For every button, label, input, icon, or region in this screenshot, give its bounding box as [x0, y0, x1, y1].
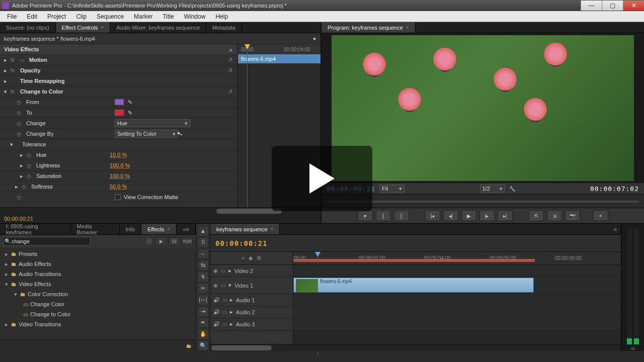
- disclosure-icon[interactable]: ▸: [20, 152, 25, 158]
- play-button[interactable]: ▶: [461, 210, 476, 221]
- timeline-clip[interactable]: flowers-6.mp4: [293, 278, 534, 293]
- fx-playhead[interactable]: [247, 44, 248, 207]
- tab-source[interactable]: Source: (no clips): [0, 22, 56, 33]
- goto-in-button[interactable]: |◂: [425, 210, 440, 221]
- toggle-track-icon[interactable]: ◉: [213, 268, 218, 274]
- set-in-button[interactable]: {: [376, 210, 391, 221]
- tab-sequence[interactable]: keyframes sequence×: [210, 224, 280, 234]
- set-out-button[interactable]: }: [394, 210, 409, 221]
- wrench-icon[interactable]: 🔧: [509, 186, 515, 192]
- zoom-dropdown[interactable]: 1/2: [480, 185, 505, 193]
- step-fwd-button[interactable]: |▸: [479, 210, 495, 221]
- mute-icon[interactable]: 🔊: [213, 309, 219, 315]
- track-a3[interactable]: Audio 3: [236, 321, 255, 327]
- slide-tool[interactable]: ⇥: [198, 306, 209, 317]
- close-icon[interactable]: ×: [271, 226, 274, 232]
- menu-sequence[interactable]: Sequence: [92, 12, 129, 21]
- rate-tool[interactable]: ↯: [198, 272, 209, 282]
- stopwatch-icon[interactable]: ◷: [15, 130, 22, 137]
- time-remapping-effect[interactable]: Time Remapping: [18, 78, 109, 84]
- eyedropper-icon[interactable]: ✎: [128, 110, 132, 116]
- razor-tool[interactable]: ✂: [198, 283, 209, 294]
- clear-search-icon[interactable]: ⓧ: [146, 238, 152, 245]
- extract-button[interactable]: ⇲: [547, 210, 562, 221]
- timeline-timecode[interactable]: 00:00:00:21: [215, 239, 268, 247]
- disclosure-open-icon[interactable]: ▾: [4, 88, 9, 95]
- opacity-effect[interactable]: Opacity: [18, 67, 109, 73]
- stopwatch-icon[interactable]: ◷: [15, 194, 22, 201]
- close-icon[interactable]: ×: [168, 226, 171, 232]
- effects-search-input[interactable]: [3, 237, 91, 246]
- to-color-swatch[interactable]: [115, 110, 124, 116]
- pen-tool[interactable]: ✒: [198, 318, 209, 328]
- mute-icon[interactable]: 🔊: [213, 321, 219, 327]
- softness-value[interactable]: 50.0 %: [110, 184, 127, 190]
- collapse-icon[interactable]: ▴: [229, 46, 232, 53]
- toggle-track-icon[interactable]: ◉: [213, 283, 218, 288]
- saturation-value[interactable]: 100.0 %: [110, 173, 130, 179]
- tree-presets[interactable]: Presets: [19, 251, 37, 257]
- mute-icon[interactable]: 🔊: [213, 297, 219, 303]
- stopwatch-icon[interactable]: ◷: [20, 183, 27, 190]
- tab-media-browser[interactable]: Media Browser: [71, 224, 120, 234]
- disclosure-icon[interactable]: ▸: [15, 184, 20, 190]
- timeline-ruler[interactable]: 00:00 00:00:02:00 00:00:04:00 00:00:06:0…: [293, 252, 621, 264]
- close-icon[interactable]: ×: [406, 25, 409, 30]
- lock-icon[interactable]: ▭: [221, 283, 225, 288]
- lock-icon[interactable]: ▭: [222, 321, 227, 327]
- video-play-overlay[interactable]: [272, 146, 372, 211]
- from-color-swatch[interactable]: [115, 99, 124, 105]
- yuv-icon[interactable]: YUV: [182, 237, 193, 246]
- tab-effects[interactable]: Effects×: [141, 224, 177, 234]
- marker-icon[interactable]: ◆: [249, 255, 253, 261]
- accel-fx-icon[interactable]: ▶: [155, 237, 167, 246]
- snap-icon[interactable]: ⌖: [242, 255, 245, 261]
- export-frame-button[interactable]: 📷: [565, 210, 580, 221]
- step-back-button[interactable]: ◂|: [443, 210, 458, 221]
- slip-tool[interactable]: |↔|: [198, 295, 209, 305]
- track-a2[interactable]: Audio 2: [236, 309, 255, 315]
- track-select-tool[interactable]: ⠿: [198, 237, 209, 248]
- lock-icon[interactable]: ▭: [222, 309, 227, 315]
- view-matte-checkbox[interactable]: [115, 194, 121, 200]
- stopwatch-icon[interactable]: ◷: [15, 99, 22, 106]
- lightness-value[interactable]: 100.0 %: [110, 162, 130, 168]
- mark-in-button[interactable]: ▾: [358, 210, 373, 221]
- tree-audio-effects[interactable]: Audio Effects: [19, 261, 51, 267]
- rolling-tool[interactable]: ⇆: [198, 260, 209, 270]
- menu-edit[interactable]: Edit: [22, 12, 42, 21]
- tab-effect-controls[interactable]: Effect Controls×: [56, 22, 111, 33]
- window-maximize-button[interactable]: ▢: [602, 1, 623, 11]
- hue-value[interactable]: 10.0 %: [110, 152, 127, 158]
- menu-help[interactable]: Help: [210, 12, 233, 21]
- stopwatch-icon[interactable]: ◷: [15, 109, 22, 116]
- change-by-dropdown[interactable]: Setting To Color: [115, 130, 178, 138]
- work-area-bar[interactable]: [293, 259, 535, 262]
- menu-marker[interactable]: Marker: [129, 12, 157, 21]
- tree-audio-transitions[interactable]: Audio Transitions: [19, 271, 61, 277]
- tab-project[interactable]: t: 0905-using keyframes: [0, 224, 71, 234]
- selection-tool[interactable]: ▲: [198, 226, 209, 236]
- lock-icon[interactable]: ▭: [222, 297, 227, 303]
- window-close-button[interactable]: ✕: [623, 1, 644, 11]
- panel-menu-icon[interactable]: ≡: [610, 226, 621, 232]
- goto-out-button[interactable]: ▸|: [498, 210, 513, 221]
- track-v1[interactable]: Video 1: [234, 283, 253, 289]
- menu-title[interactable]: Title: [157, 12, 179, 21]
- tree-color-correction[interactable]: Color Correction: [28, 291, 68, 297]
- disclosure-icon[interactable]: ▸: [20, 162, 25, 169]
- settings-icon[interactable]: ⚙: [257, 255, 262, 261]
- timeline-hscroll[interactable]: [210, 344, 621, 351]
- eyedropper-icon[interactable]: ✎: [128, 99, 132, 106]
- lift-button[interactable]: ⇱: [529, 210, 544, 221]
- disclosure-icon[interactable]: ▸: [20, 173, 25, 179]
- menu-clip[interactable]: Clip: [71, 12, 92, 21]
- add-button[interactable]: +: [593, 210, 608, 221]
- tab-info[interactable]: Info: [120, 224, 141, 234]
- ripple-tool[interactable]: ↔: [198, 249, 209, 259]
- stopwatch-icon[interactable]: ◷: [25, 151, 32, 158]
- change-to-color-effect[interactable]: Change to Color: [18, 88, 109, 95]
- disclosure-icon[interactable]: ▸: [4, 67, 9, 74]
- tree-video-effects[interactable]: Video Effects: [19, 281, 51, 287]
- timeline-content[interactable]: flowers-6.mp4: [293, 265, 621, 344]
